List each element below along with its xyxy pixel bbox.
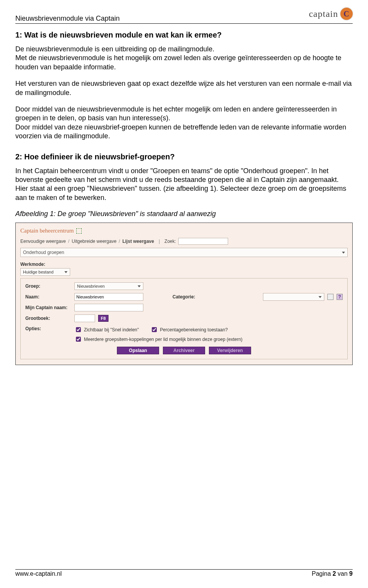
opt-percentage[interactable]: Percentageberekening toestaan?	[150, 326, 228, 333]
refresh-icon[interactable]	[76, 228, 82, 234]
opt-meerdere-checkbox[interactable]	[76, 337, 81, 342]
section-1-p4: Door middel van de nieuwsbrievenmodule i…	[15, 105, 353, 123]
section-1-p1: De nieuwsbrievenmodule is een uitbreidin…	[15, 45, 353, 54]
captain-logo: captain C	[309, 8, 353, 20]
opt-meerdere[interactable]: Meerdere groepsitem-koppelingen per lid …	[74, 336, 243, 343]
name-label: Naam:	[25, 294, 71, 300]
footer-page: Pagina 2 van 9	[312, 570, 353, 577]
figure-1-caption: Afbeelding 1: De groep "Nieuwsbrieven" i…	[15, 210, 353, 218]
f8-button[interactable]: F8	[98, 315, 108, 322]
view-extended-link[interactable]: Uitgebreide weergave	[72, 239, 117, 244]
action-button-row: Opslaan Archiveer Verwijderen	[25, 347, 343, 354]
save-button[interactable]: Opslaan	[117, 347, 159, 354]
mijn-captain-label: Mijn Captain naam:	[25, 305, 71, 310]
ui-title-text: Captain beheercentrum	[20, 228, 74, 234]
logo-text: captain	[309, 9, 338, 19]
opt-zichtbaar[interactable]: Zichtbaar bij "Snel indelen"	[74, 326, 139, 333]
section-1-p3: Het versturen van de nieuwsbrieven gaat …	[15, 79, 353, 97]
delete-button[interactable]: Verwijderen	[209, 347, 251, 354]
opt-percentage-checkbox[interactable]	[152, 327, 157, 332]
section-1-p2: Met de nieuwsbrievenmodule is het mogeli…	[15, 54, 353, 72]
search-label: Zoek:	[164, 239, 176, 244]
group-value: Nieuwsbrieven	[77, 284, 105, 288]
grootboek-label: Grootboek:	[25, 316, 71, 321]
page-select[interactable]: Onderhoud groepen	[20, 248, 348, 257]
chevron-down-icon	[342, 252, 345, 254]
footer-url: www.e-captain.nl	[15, 570, 62, 577]
section-2-heading: 2: Hoe definieer ik de nieuwsbrief-groep…	[15, 152, 353, 161]
section-2-p1: In het Captain beheercentrum vindt u ond…	[15, 167, 353, 203]
page-select-value: Onderhoud groepen	[23, 250, 64, 255]
opties-label: Opties:	[25, 326, 71, 331]
section-1-heading: 1: Wat is de nieuwsbrieven module en wat…	[15, 31, 353, 39]
ui-title: Captain beheercentrum	[20, 228, 348, 234]
category-label: Categorie:	[172, 294, 195, 300]
mijn-captain-input[interactable]	[74, 304, 143, 311]
page-footer: www.e-captain.nl Pagina 2 van 9	[15, 569, 353, 577]
edit-icon[interactable]	[327, 294, 334, 300]
view-simple-link[interactable]: Eenvoudige weergave	[20, 239, 66, 244]
chevron-down-icon	[319, 296, 322, 298]
group-label: Groep:	[25, 283, 71, 289]
workmode-value: Huidige bestand	[23, 270, 54, 274]
group-select[interactable]: Nieuwsbrieven	[74, 282, 143, 290]
name-input[interactable]	[74, 293, 143, 301]
chevron-down-icon	[64, 271, 67, 273]
help-icon[interactable]: ?	[337, 294, 343, 300]
search-input[interactable]	[178, 238, 228, 245]
grootboek-input[interactable]	[74, 314, 95, 322]
category-select[interactable]	[263, 293, 324, 301]
document-title: Nieuwsbrievenmodule via Captain	[15, 8, 120, 23]
logo-circle-icon: C	[340, 8, 353, 20]
page-header: Nieuwsbrievenmodule via Captain captain …	[15, 8, 353, 24]
archive-button[interactable]: Archiveer	[163, 347, 205, 354]
chevron-down-icon	[138, 285, 141, 287]
view-mode-bar: Eenvoudige weergave / Uitgebreide weerga…	[20, 238, 348, 245]
section-1-p5: Door middel van deze nieuwsbrief-groepen…	[15, 123, 353, 141]
group-edit-panel: Groep: Nieuwsbrieven Naam: Categorie:	[20, 278, 348, 359]
workmode-select[interactable]: Huidige bestand	[20, 268, 70, 276]
workmode-label: Werkmode:	[20, 262, 348, 267]
captain-ui-screenshot: Captain beheercentrum Eenvoudige weergav…	[15, 223, 353, 365]
opt-zichtbaar-checkbox[interactable]	[76, 327, 81, 332]
view-list-link[interactable]: Lijst weergave	[122, 239, 154, 244]
